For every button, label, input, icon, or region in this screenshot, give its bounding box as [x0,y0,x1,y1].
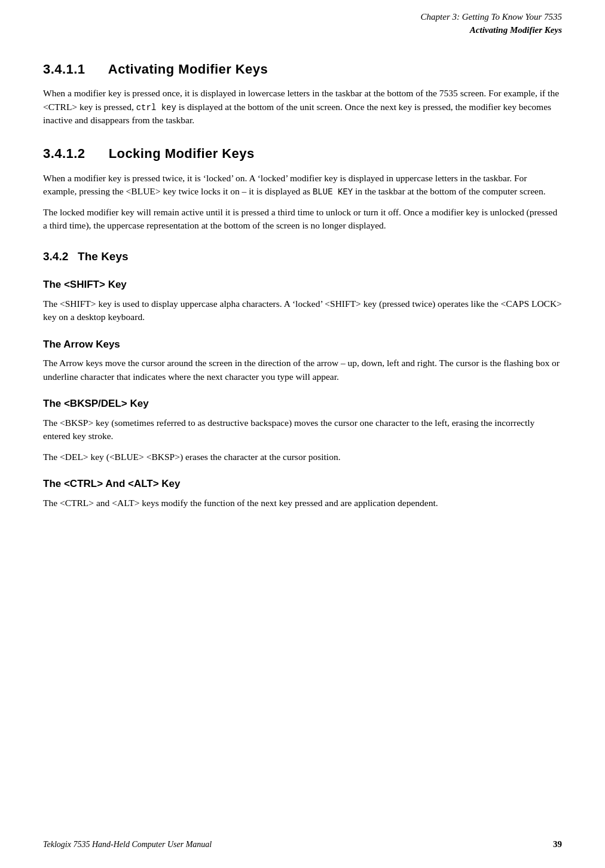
section-3-4-1-2-para2: The locked modifier key will remain acti… [43,206,562,233]
header-section: Activating Modifier Keys [43,24,562,37]
ctrl-key-mono: ctrl key [136,103,176,112]
footer-right: 39 [553,838,562,851]
section-3-4-1-2-para1: When a modifier key is pressed twice, it… [43,172,562,199]
shift-key-para1: The <SHIFT> key is used to display upper… [43,297,562,324]
arrow-keys-para1: The Arrow keys move the cursor around th… [43,357,562,383]
section-3-4-2-heading: 3.4.2 The Keys [43,248,562,265]
arrow-keys-heading: The Arrow Keys [43,337,562,352]
section-3-4-1-1-para1: When a modifier key is pressed once, it … [43,87,562,127]
blue-key-mono: BLUE KEY [313,187,353,197]
section-3-4-1-2-heading: 3.4.1.2 Locking Modifier Keys [43,144,562,163]
shift-key-heading: The <SHIFT> Key [43,278,562,293]
page-footer: Teklogix 7535 Hand-Held Computer User Ma… [43,838,562,851]
ctrl-alt-para1: The <CTRL> and <ALT> keys modify the fun… [43,497,562,510]
section-3-4-1-1-heading: 3.4.1.1 Activating Modifier Keys [43,60,562,79]
header-chapter: Chapter 3: Getting To Know Your 7535 [43,11,562,24]
page-header: Chapter 3: Getting To Know Your 7535 Act… [43,0,562,43]
ctrl-alt-heading: The <CTRL> And <ALT> Key [43,477,562,492]
bksp-del-para2: The <DEL> key (<BLUE> <BKSP>) erases the… [43,450,562,464]
bksp-del-heading: The <BKSP/DEL> Key [43,397,562,412]
footer-left: Teklogix 7535 Hand-Held Computer User Ma… [43,839,212,851]
page: Chapter 3: Getting To Know Your 7535 Act… [0,0,605,868]
bksp-del-para1: The <BKSP> key (sometimes referred to as… [43,416,562,443]
